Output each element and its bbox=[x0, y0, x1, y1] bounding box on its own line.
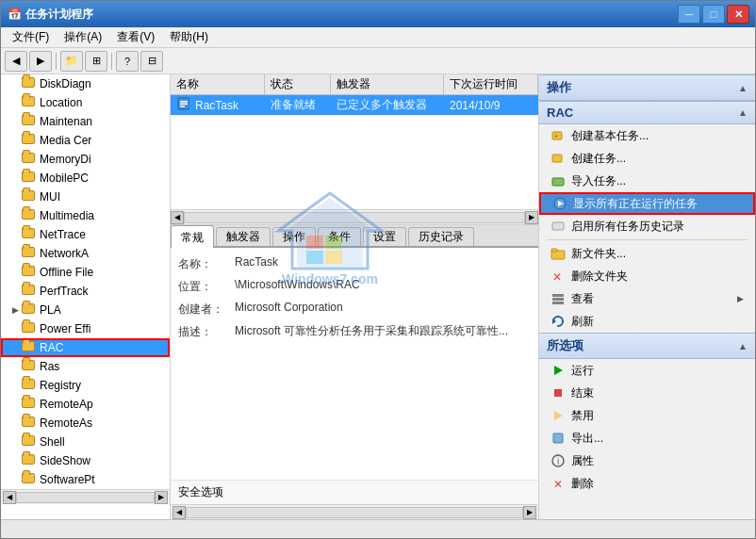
folder-icon bbox=[22, 379, 37, 392]
sidebar-item-mui[interactable]: MUI bbox=[1, 188, 170, 206]
action-delete[interactable]: ✕ 删除 bbox=[539, 472, 755, 495]
delete-folder-icon: ✕ bbox=[551, 269, 566, 284]
sidebar-item-mediacer[interactable]: Media Cer bbox=[1, 131, 170, 150]
task-trigger: 已定义多个触发器 bbox=[331, 95, 444, 115]
action-separator-1 bbox=[547, 239, 748, 240]
table-row[interactable]: RacTask 准备就绪 已定义多个触发器 2014/10/9 bbox=[171, 95, 538, 116]
name-value: RacTask bbox=[235, 255, 531, 269]
sidebar-item-registry[interactable]: Registry bbox=[1, 376, 170, 395]
task-list-area: 名称 状态 触发器 下次运行时间 bbox=[171, 74, 538, 225]
sidebar-item-pla[interactable]: ▶ PLA bbox=[1, 301, 170, 319]
tab-history[interactable]: 历史记录 bbox=[408, 227, 474, 246]
action-export[interactable]: 导出... bbox=[539, 427, 755, 449]
main-window: 📅 任务计划程序 ─ □ ✕ 文件(F) 操作(A) 查看(V) 帮助(H) ◀… bbox=[0, 0, 756, 539]
create-task-icon bbox=[551, 151, 566, 166]
tab-trigger[interactable]: 触发器 bbox=[216, 227, 271, 246]
action-delete-folder[interactable]: ✕ 删除文件夹 bbox=[539, 265, 755, 287]
svg-text:i: i bbox=[557, 456, 559, 466]
sidebar-hscroll-track[interactable] bbox=[16, 492, 155, 503]
action-view[interactable]: 查看 ▶ bbox=[539, 287, 755, 310]
sidebar-item-offlinefile[interactable]: Offline File bbox=[1, 263, 170, 282]
toolbar: ◀ ▶ 📁 ⊞ ? ⊟ bbox=[1, 48, 755, 74]
action-disable[interactable]: 禁用 bbox=[539, 404, 755, 427]
tab-conditions[interactable]: 条件 bbox=[318, 227, 361, 246]
tab-general[interactable]: 常规 bbox=[171, 225, 214, 250]
actions-header[interactable]: 操作 ▲ bbox=[539, 74, 755, 101]
action-refresh[interactable]: 刷新 bbox=[539, 310, 755, 333]
action-end[interactable]: 结束 bbox=[539, 382, 755, 404]
enable-history-icon bbox=[551, 219, 566, 234]
sidebar-item-powereffi[interactable]: Power Effi bbox=[1, 319, 170, 338]
action-show-running[interactable]: 显示所有正在运行的任务 bbox=[539, 192, 755, 215]
scroll-right-button[interactable]: ▶ bbox=[155, 491, 168, 504]
sidebar-item-nettrace[interactable]: NetTrace bbox=[1, 225, 170, 244]
sidebar-item-networka[interactable]: NetworkA bbox=[1, 244, 170, 263]
sidebar-item-softwarept[interactable]: SoftwarePt bbox=[1, 470, 170, 489]
detail-hscroll-right[interactable]: ▶ bbox=[523, 506, 536, 519]
tab-actions[interactable]: 操作 bbox=[272, 227, 316, 246]
col-header-name[interactable]: 名称 bbox=[171, 74, 265, 94]
run-icon bbox=[551, 363, 566, 378]
maximize-button[interactable]: □ bbox=[702, 5, 725, 24]
expand-arrow bbox=[8, 190, 22, 204]
sidebar-item-multimedia[interactable]: Multimedia bbox=[1, 206, 170, 225]
menu-file[interactable]: 文件(F) bbox=[5, 27, 57, 47]
close-button[interactable]: ✕ bbox=[727, 5, 749, 24]
expand-arrow bbox=[8, 153, 22, 166]
sidebar-item-label: Shell bbox=[40, 435, 65, 449]
sidebar-item-mobilepc[interactable]: MobilePC bbox=[1, 169, 170, 188]
col-header-status[interactable]: 状态 bbox=[265, 74, 331, 94]
sidebar-item-rac[interactable]: RAC bbox=[1, 338, 170, 357]
toolbar-separator-2 bbox=[111, 53, 112, 70]
rac-section-header[interactable]: RAC ▲ bbox=[539, 101, 755, 124]
sidebar-item-memorydi[interactable]: MemoryDi bbox=[1, 150, 170, 169]
folder-button[interactable]: 📁 bbox=[60, 51, 83, 72]
sidebar-item-perftrack[interactable]: PerfTrack bbox=[1, 282, 170, 301]
sidebar-item-shell[interactable]: Shell bbox=[1, 433, 170, 451]
detail-creator-row: 创建者： Microsoft Corporation bbox=[178, 301, 531, 319]
action-new-folder[interactable]: 新文件夹... bbox=[539, 242, 755, 265]
action-delete-label: 删除 bbox=[571, 476, 594, 492]
grid-button[interactable]: ⊟ bbox=[140, 51, 163, 72]
sidebar-item-diskdiagn[interactable]: DiskDiagn bbox=[1, 74, 170, 93]
expand-arrow bbox=[8, 416, 22, 430]
detail-hscroll-track[interactable] bbox=[186, 507, 523, 518]
sidebar-item-remoteap[interactable]: RemoteAp bbox=[1, 395, 170, 414]
action-end-label: 结束 bbox=[571, 385, 594, 401]
action-run[interactable]: 运行 bbox=[539, 359, 755, 382]
task-hscroll-right[interactable]: ▶ bbox=[525, 211, 538, 224]
task-hscroll-track[interactable] bbox=[184, 212, 525, 223]
action-properties[interactable]: i 属性 bbox=[539, 449, 755, 472]
forward-button[interactable]: ▶ bbox=[29, 51, 52, 72]
sidebar-item-sideshow[interactable]: SideShow bbox=[1, 451, 170, 470]
action-create-task[interactable]: 创建任务... bbox=[539, 147, 755, 170]
view-button[interactable]: ⊞ bbox=[85, 51, 107, 72]
expand-arrow bbox=[8, 77, 22, 90]
task-hscroll-left[interactable]: ◀ bbox=[171, 211, 184, 224]
menu-actions[interactable]: 操作(A) bbox=[57, 27, 109, 47]
menu-help[interactable]: 帮助(H) bbox=[162, 27, 216, 47]
detail-hscroll-left[interactable]: ◀ bbox=[173, 506, 186, 519]
col-header-trigger[interactable]: 触发器 bbox=[331, 74, 444, 94]
sidebar-item-location[interactable]: Location bbox=[1, 93, 170, 112]
col-header-nextrun[interactable]: 下次运行时间 bbox=[444, 74, 538, 94]
scroll-left-button[interactable]: ◀ bbox=[3, 491, 16, 504]
folder-icon bbox=[22, 303, 37, 317]
help-button[interactable]: ? bbox=[116, 51, 139, 72]
action-create-basic[interactable]: + 创建基本任务... bbox=[539, 124, 755, 147]
sidebar-item-maintenan[interactable]: Maintenan bbox=[1, 112, 170, 131]
sidebar-item-label: RemoteAp bbox=[40, 398, 93, 411]
sidebar-item-ras[interactable]: Ras bbox=[1, 357, 170, 376]
selected-section-header[interactable]: 所选项 ▲ bbox=[539, 333, 755, 359]
back-button[interactable]: ◀ bbox=[5, 51, 27, 72]
tab-settings[interactable]: 设置 bbox=[363, 227, 406, 246]
sidebar-item-label: MobilePC bbox=[40, 172, 89, 185]
minimize-button[interactable]: ─ bbox=[678, 5, 700, 24]
sidebar-item-remoteas[interactable]: RemoteAs bbox=[1, 414, 170, 433]
menu-view[interactable]: 查看(V) bbox=[109, 27, 162, 47]
task-name: RacTask bbox=[189, 97, 265, 114]
refresh-icon bbox=[551, 314, 566, 329]
action-import-task[interactable]: 导入任务... bbox=[539, 170, 755, 192]
action-enable-history[interactable]: 启用所有任务历史记录 bbox=[539, 215, 755, 237]
folder-icon bbox=[22, 247, 37, 260]
